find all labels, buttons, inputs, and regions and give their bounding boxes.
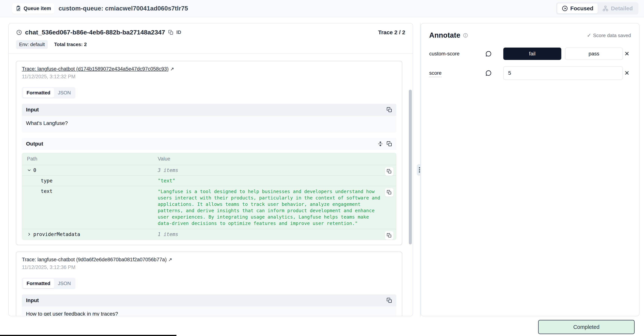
- queue-item-page: Queue item custom-queue: cmiacwel70041ad…: [0, 0, 644, 336]
- clipboard-pen-icon: [15, 6, 21, 12]
- output-section-header-1: Output: [22, 138, 396, 150]
- expand-output-button-1[interactable]: [378, 141, 383, 147]
- queue-item-badge: Queue item: [12, 3, 54, 14]
- queue-item-header: chat_536ed067-b86e-4eb6-882b-ba27148a234…: [8, 24, 413, 54]
- column-path: Path: [22, 153, 156, 165]
- row-path: providerMetadata: [33, 231, 80, 237]
- score-label: score: [429, 70, 442, 77]
- detailed-toggle[interactable]: Detailed: [598, 3, 637, 14]
- trace-timestamp-2: 11/12/2025, 3:12:36 PM: [22, 264, 396, 270]
- copy-row-button[interactable]: [385, 167, 394, 176]
- score-value-input[interactable]: [503, 66, 623, 80]
- total-traces-label: Total traces: 2: [54, 42, 87, 47]
- save-status-label: Score data saved: [593, 33, 631, 38]
- row-value: "text": [156, 176, 396, 186]
- score-option-pass[interactable]: pass: [565, 48, 623, 60]
- copy-id-button[interactable]: [168, 30, 174, 35]
- copy-input-button-2[interactable]: [386, 298, 392, 303]
- annotate-title: Annotate: [429, 31, 460, 39]
- copy-icon: [168, 30, 174, 35]
- row-value: 1 items: [156, 229, 396, 239]
- tree-icon: [602, 5, 609, 12]
- copy-icon: [386, 141, 392, 147]
- trace-link-2[interactable]: Trace: langfuse-chatbot (9d0a6f2e6de8670…: [22, 257, 167, 263]
- tab-formatted-2[interactable]: Formatted: [23, 279, 54, 288]
- copy-input-button-1[interactable]: [386, 107, 392, 113]
- save-status: ✓ Score data saved: [587, 31, 631, 38]
- trace-card-2: Trace: langfuse-chatbot (9d0a6f2e6de8670…: [16, 251, 402, 316]
- trace-card-1: Trace: langfuse-chatbot (d174b1589072e43…: [16, 61, 402, 245]
- clock-icon: [16, 30, 22, 35]
- copy-icon: [387, 233, 392, 238]
- format-tabs-2: Formatted JSON: [22, 278, 76, 289]
- output-table-header-1: Path Value: [22, 153, 396, 165]
- delete-score-button[interactable]: ✕: [623, 69, 631, 77]
- external-link-icon: ↗: [170, 66, 174, 72]
- check-icon: ✓: [587, 33, 591, 38]
- annotate-panel: Annotate ✓ Score data saved custom-score…: [420, 23, 640, 316]
- chevron-right-icon[interactable]: [27, 232, 32, 236]
- output-table-1: Path Value 0 3 items type "text": [22, 153, 396, 240]
- copy-row-button[interactable]: [385, 231, 394, 240]
- queue-item-panel: chat_536ed067-b86e-4eb6-882b-ba27148a234…: [8, 23, 413, 316]
- focused-toggle[interactable]: Focused: [557, 3, 598, 14]
- input-value-2: How to get user feedback in my traces?: [22, 306, 396, 316]
- row-path: text: [41, 188, 52, 194]
- scrollbar-thumb[interactable]: [409, 90, 412, 244]
- completed-button[interactable]: Completed: [538, 320, 635, 334]
- tab-json-1[interactable]: JSON: [54, 88, 74, 98]
- row-path: type: [41, 178, 52, 184]
- table-row: providerMetadata 1 items: [22, 229, 396, 240]
- top-bar: Queue item custom-queue: cmiacwel70041ad…: [0, 0, 644, 17]
- focused-label: Focused: [570, 5, 593, 12]
- view-mode-toggle: Focused Detailed: [556, 2, 638, 15]
- delete-score-button[interactable]: ✕: [623, 50, 631, 58]
- taskbar-edge: [0, 335, 176, 336]
- output-label-1: Output: [26, 141, 43, 147]
- copy-icon: [387, 169, 392, 174]
- score-option-fail[interactable]: fail: [503, 48, 561, 60]
- detailed-label: Detailed: [611, 5, 633, 12]
- input-label-1: Input: [26, 107, 39, 113]
- table-row: type "text": [22, 176, 396, 186]
- input-section-header-1: Input: [22, 104, 396, 116]
- row-value: 3 items: [156, 165, 396, 175]
- external-link-icon: ↗: [168, 257, 172, 262]
- info-icon[interactable]: [463, 33, 468, 38]
- copy-icon: [386, 298, 392, 303]
- format-tabs-1: Formatted JSON: [22, 87, 76, 99]
- chevron-down-icon[interactable]: [27, 168, 32, 172]
- trace-link-1[interactable]: Trace: langfuse-chatbot (d174b1589072e43…: [22, 66, 168, 72]
- score-label: custom-score: [429, 51, 485, 57]
- queue-item-badge-label: Queue item: [24, 6, 51, 12]
- comment-icon[interactable]: [485, 70, 492, 76]
- row-value: "Langfuse is a tool designed to help bus…: [156, 186, 396, 229]
- table-row: 0 3 items: [22, 165, 396, 176]
- trace-counter: Trace 2 / 2: [378, 29, 405, 36]
- row-path: 0: [33, 167, 36, 173]
- copy-icon: [387, 190, 392, 195]
- tab-json-2[interactable]: JSON: [54, 279, 74, 288]
- traces-scroll-area: Trace: langfuse-chatbot (d174b1589072e43…: [8, 54, 413, 316]
- input-label-2: Input: [26, 297, 39, 303]
- score-row-score: score ✕: [429, 66, 631, 80]
- expand-vertical-icon: [378, 141, 383, 147]
- comment-icon[interactable]: [485, 51, 492, 57]
- score-row-custom-score: custom-score fail pass ✕: [429, 48, 631, 60]
- focus-icon: [562, 5, 568, 12]
- copy-output-button-1[interactable]: [386, 141, 392, 147]
- input-value-1: What's Langfuse?: [22, 116, 396, 133]
- session-title: chat_536ed067-b86e-4eb6-882b-ba27148a234…: [25, 29, 165, 36]
- page-title: custom-queue: cmiacwel70041ad060s7tlr75: [58, 5, 188, 12]
- table-row: text "Langfuse is a tool designed to hel…: [22, 186, 396, 229]
- id-label: ID: [176, 30, 181, 35]
- column-value: Value: [156, 153, 396, 165]
- tab-formatted-1[interactable]: Formatted: [23, 88, 54, 98]
- copy-row-button[interactable]: [385, 188, 394, 197]
- copy-icon: [386, 107, 392, 113]
- input-section-header-2: Input: [22, 294, 396, 306]
- env-badge: Env: default: [16, 40, 48, 49]
- trace-timestamp-1: 11/12/2025, 3:12:32 PM: [22, 74, 396, 80]
